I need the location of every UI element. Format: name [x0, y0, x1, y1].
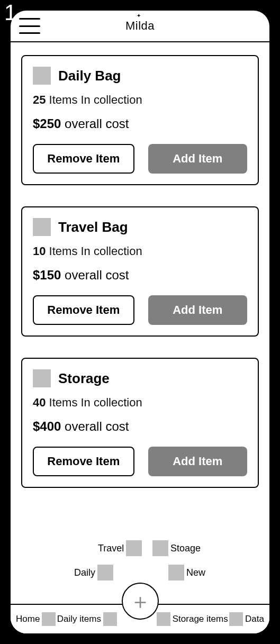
- radial-item-new[interactable]: New: [168, 565, 205, 580]
- remove-item-button[interactable]: Remove Item: [33, 447, 134, 476]
- collection-card-daily: Daily Bag 25 Items In collection $250 ov…: [21, 55, 259, 185]
- placeholder-icon: [157, 612, 170, 626]
- card-cost: $400 overall cost: [33, 419, 247, 434]
- remove-item-button[interactable]: Remove Item: [33, 295, 134, 325]
- card-cost: $250 overall cost: [33, 116, 247, 131]
- collection-card-travel: Travel Bag 10 Items In collection $150 o…: [21, 206, 259, 337]
- card-item-count: 25 Items In collection: [33, 93, 247, 107]
- remove-item-button[interactable]: Remove Item: [33, 144, 134, 174]
- card-cost: $150 overall cost: [33, 268, 247, 283]
- placeholder-icon: [103, 612, 117, 626]
- card-title: Storage: [58, 370, 110, 387]
- card-title: Daily Bag: [58, 68, 121, 84]
- card-title: Travel Bag: [58, 219, 128, 235]
- phone-frame: Milda Daily Bag 25 Items In collection $…: [11, 11, 269, 633]
- collection-card-storage: Storage 40 Items In collection $400 over…: [21, 358, 259, 488]
- hamburger-icon[interactable]: [19, 18, 40, 34]
- placeholder-icon: [168, 565, 184, 580]
- plus-icon: ＋: [130, 591, 151, 612]
- card-item-count: 10 Items In collection: [33, 244, 247, 258]
- card-item-count: 40 Items In collection: [33, 396, 247, 410]
- add-item-button[interactable]: Add Item: [148, 144, 248, 174]
- placeholder-icon: [42, 612, 56, 626]
- header: Milda: [11, 11, 269, 42]
- add-item-button[interactable]: Add Item: [148, 295, 248, 325]
- radial-item-travel[interactable]: Travel: [98, 540, 142, 556]
- add-item-button[interactable]: Add Item: [148, 447, 248, 476]
- card-icon: [33, 67, 51, 85]
- fab-add-button[interactable]: ＋: [122, 583, 159, 620]
- nav-daily-items[interactable]: Daily items: [57, 612, 117, 626]
- placeholder-icon: [152, 540, 168, 556]
- placeholder-icon: [126, 540, 142, 556]
- card-icon: [33, 369, 51, 387]
- frame-number: 1: [4, 0, 16, 25]
- radial-item-storage[interactable]: Stoage: [152, 540, 201, 556]
- card-icon: [33, 218, 51, 236]
- nav-storage-items[interactable]: Storage items: [157, 612, 228, 626]
- radial-item-daily[interactable]: Daily: [74, 565, 113, 580]
- placeholder-icon: [97, 565, 113, 580]
- nav-home[interactable]: Home: [16, 612, 56, 626]
- app-logo: Milda: [125, 19, 155, 33]
- placeholder-icon: [229, 612, 243, 626]
- nav-data[interactable]: Data: [229, 612, 264, 626]
